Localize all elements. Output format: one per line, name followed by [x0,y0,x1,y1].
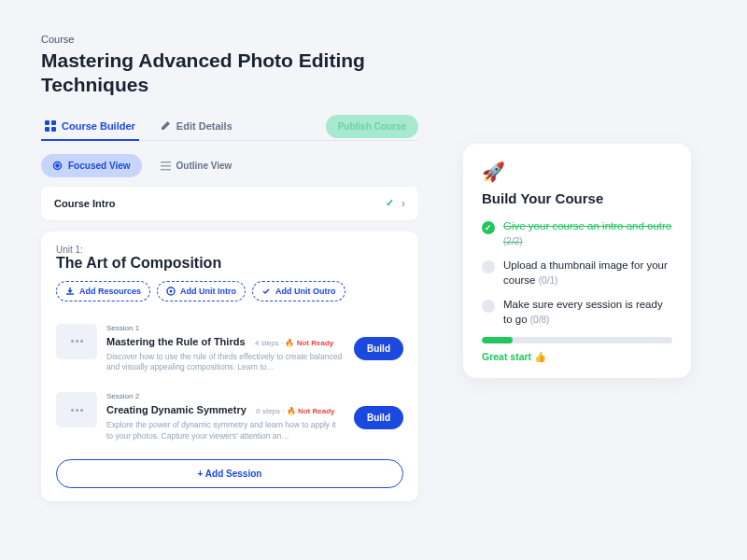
check-circle-done-icon [482,221,495,234]
pill-label: Add Resources [79,287,141,296]
tab-label: Course Builder [62,120,135,132]
build-button[interactable]: Build [354,406,403,429]
session-thumbnail[interactable] [56,324,97,359]
svg-rect-1 [51,120,56,125]
page-title: Mastering Advanced Photo Editing Techniq… [41,49,418,98]
course-intro-row[interactable]: Course Intro ✓ › [41,187,418,220]
builder-icon [45,120,56,132]
progress-fill [482,337,513,343]
view-toggle: Focused View Outline View [41,154,418,177]
checklist-title: Build Your Course [482,190,672,206]
outline-view-button[interactable]: Outline View [149,154,244,177]
svg-point-10 [170,289,173,292]
breadcrumb: Course [41,34,418,45]
pill-label: Add Unit Intro [180,287,236,296]
tab-label: Edit Details [176,120,233,132]
pill-label: Add Unit Outro [275,287,336,296]
session-meta: 4 steps · 🔥 Not Ready [255,339,333,347]
check-icon: ✓ [386,197,394,209]
checklist-item[interactable]: Upload a thumbnail image for your course… [482,259,672,287]
focused-view-button[interactable]: Focused View [41,154,142,177]
unit-label: Unit 1: [56,245,403,255]
check-circle-pending-icon [482,260,495,273]
svg-rect-6 [161,161,171,163]
session-label: Session 2 [106,392,345,400]
checklist-text: Upload a thumbnail image for your course… [503,259,672,287]
svg-rect-8 [161,169,171,171]
add-resources-button[interactable]: Add Resources [56,281,150,301]
svg-rect-3 [51,127,56,132]
tab-course-builder[interactable]: Course Builder [41,113,139,141]
checklist-text: Give your course an intro and outro (2/2… [503,219,672,248]
download-icon [65,287,75,296]
tab-edit-details[interactable]: Edit Details [156,113,236,141]
view-label: Outline View [176,161,233,171]
add-unit-intro-button[interactable]: Add Unit Intro [157,281,246,301]
session-description: Discover how to use the rule of thirds e… [106,352,345,374]
session-meta: 0 steps · 🔥 Not Ready [256,407,334,415]
svg-rect-2 [45,127,49,132]
session-title: Creating Dynamic Symmetry [106,404,247,415]
add-session-button[interactable]: + Add Session [56,459,403,488]
progress-label: Great start 👍 [482,351,672,363]
checklist-text: Make sure every session is ready to go (… [503,298,672,327]
publish-button[interactable]: Publish Course [326,115,418,138]
session-row: Session 1 Mastering the Rule of Thirds 4… [56,315,403,384]
progress-bar [482,337,672,343]
session-label: Session 1 [106,324,345,332]
build-button[interactable]: Build [354,337,403,360]
session-title: Mastering the Rule of Thirds [106,336,246,347]
chevron-right-icon: › [402,197,405,210]
tabs: Course Builder Edit Details Publish Cour… [41,113,418,141]
svg-rect-0 [45,120,49,125]
session-thumbnail[interactable] [56,392,97,427]
checklist-card: 🚀 Build Your Course Give your course an … [463,144,691,378]
svg-point-5 [56,164,59,167]
outline-icon [161,161,171,171]
intro-icon [166,287,176,296]
intro-label: Course Intro [54,198,115,209]
check-circle-pending-icon [482,300,495,313]
rocket-icon: 🚀 [482,161,672,183]
unit-card: Unit 1: The Art of Composition Add Resou… [41,231,418,502]
session-description: Explore the power of dynamic symmetry an… [106,420,345,442]
focused-icon [52,161,63,171]
checklist-item[interactable]: Make sure every session is ready to go (… [482,298,672,327]
edit-icon [160,120,171,132]
add-unit-outro-button[interactable]: Add Unit Outro [252,281,345,301]
session-row: Session 2 Creating Dynamic Symmetry 0 st… [56,383,403,452]
outro-icon [261,287,271,296]
checklist-item[interactable]: Give your course an intro and outro (2/2… [482,219,672,248]
unit-title: The Art of Composition [56,255,403,272]
svg-rect-7 [161,165,171,167]
view-label: Focused View [68,161,131,171]
unit-actions: Add Resources Add Unit Intro Add Unit Ou… [56,281,403,301]
